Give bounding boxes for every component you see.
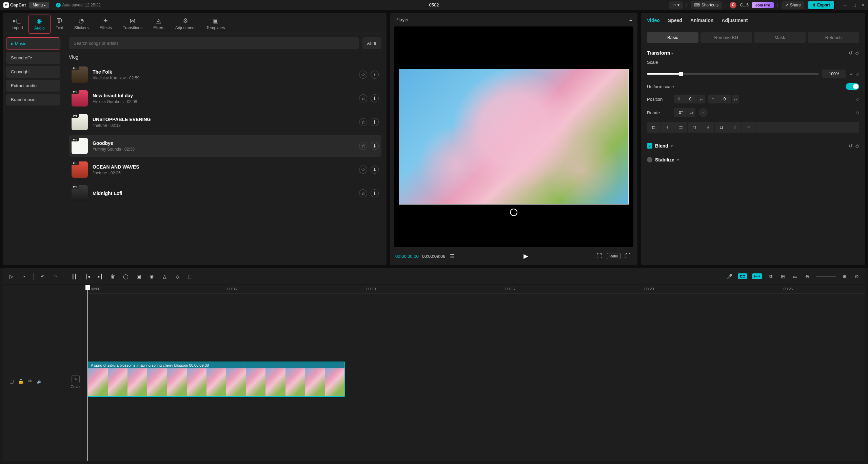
user-avatar[interactable]: C bbox=[730, 2, 736, 8]
filter-button[interactable]: All ⇅ bbox=[362, 37, 381, 49]
track-item[interactable]: Pro Midnight Lofi ☆ ⬇ bbox=[69, 182, 381, 204]
track-item[interactable]: Pro OCEAN AND WAVES finetune · 02:35 ☆ ⬇ bbox=[69, 159, 381, 180]
share-button[interactable]: ↗ Share bbox=[782, 1, 804, 9]
align-bottom[interactable]: ⊔ bbox=[715, 122, 728, 133]
download-button[interactable]: ⬇ bbox=[371, 118, 379, 126]
video-frame[interactable] bbox=[399, 69, 629, 205]
delete-tool[interactable]: 🗑 bbox=[109, 274, 117, 279]
align-hcenter[interactable]: ⫲ bbox=[660, 122, 674, 133]
subtab-retouch[interactable]: Retouch bbox=[808, 32, 859, 43]
mic-icon[interactable]: 🎤 bbox=[726, 274, 733, 279]
tab-import[interactable]: ▸▢Import bbox=[6, 15, 28, 34]
play-button[interactable]: ▶ bbox=[522, 251, 530, 261]
zoom-fit[interactable]: ⊙ bbox=[853, 274, 861, 279]
menu-button[interactable]: Menu ▾ bbox=[29, 2, 49, 8]
crop-tool[interactable]: ⬚ bbox=[186, 274, 194, 279]
crop-icon[interactable]: ⛶ bbox=[595, 252, 604, 260]
zoom-slider[interactable] bbox=[816, 276, 836, 277]
align-left[interactable]: ⊏ bbox=[647, 122, 660, 133]
rotate-handle[interactable] bbox=[510, 209, 517, 216]
subtab-removebg[interactable]: Remove BG bbox=[701, 32, 752, 43]
tab-text[interactable]: TIText bbox=[51, 15, 69, 34]
split-tool[interactable]: ┃┃ bbox=[71, 274, 78, 279]
insp-tab-video[interactable]: Video bbox=[647, 18, 660, 23]
track-item[interactable]: Pro The Folk Vladislav Kurnikov · 02:59 … bbox=[69, 64, 381, 85]
stabilize-section[interactable]: Stabilize ▾ bbox=[647, 153, 859, 167]
cat-extract-audio[interactable]: Extract audio bbox=[6, 80, 60, 92]
insp-tab-animation[interactable]: Animation bbox=[690, 18, 713, 23]
favorite-button[interactable]: ☆ bbox=[359, 118, 367, 126]
ratio-button[interactable]: Ratio bbox=[607, 253, 620, 259]
align-top[interactable]: ⊓ bbox=[688, 122, 701, 133]
marker-tool[interactable]: ◯ bbox=[122, 274, 130, 279]
split-right-tool[interactable]: ▸┃ bbox=[96, 274, 104, 279]
track-item[interactable]: Pro New beautiful day Aleksei Gorobetc ·… bbox=[69, 88, 381, 109]
cat-music[interactable]: ▸ Music bbox=[6, 37, 60, 50]
subtab-mask[interactable]: Mask bbox=[754, 32, 806, 43]
add-button[interactable]: + bbox=[371, 71, 379, 79]
track-mute-icon[interactable]: 🔈 bbox=[37, 379, 42, 384]
position-x-input[interactable]: X 0 ▴▾ bbox=[674, 95, 705, 103]
snap-toggle[interactable]: ⊢⊣ bbox=[752, 273, 762, 279]
preview-icon[interactable]: ⊞ bbox=[779, 274, 787, 279]
video-clip[interactable]: A sprig of sakura blossoms in spring,spr… bbox=[87, 362, 345, 397]
keyframe-icon[interactable]: ◇ bbox=[856, 110, 859, 115]
close-icon[interactable]: ✕ bbox=[861, 3, 865, 7]
keyframe-icon[interactable]: ◇ bbox=[856, 72, 859, 76]
select-tool[interactable]: ▷ bbox=[7, 274, 15, 279]
favorite-button[interactable]: ☆ bbox=[359, 189, 367, 197]
split-left-tool[interactable]: ┃◂ bbox=[83, 274, 91, 279]
tab-audio[interactable]: ◉Audio bbox=[28, 15, 51, 34]
distribute-v[interactable]: ≡ bbox=[742, 122, 755, 133]
track-item[interactable]: Pro UNSTOPPABLE EVENING finetune · 02:13… bbox=[69, 111, 381, 133]
rotate-dial[interactable]: − bbox=[699, 108, 708, 117]
list-icon[interactable]: ☰ bbox=[449, 252, 456, 261]
scale-slider[interactable] bbox=[647, 73, 819, 75]
magnetic-toggle[interactable]: ⊏⊐ bbox=[738, 273, 747, 279]
align-right[interactable]: ⊐ bbox=[674, 122, 688, 133]
cover-button[interactable]: ✎ Cover bbox=[67, 375, 84, 389]
subtab-basic[interactable]: Basic bbox=[647, 32, 698, 43]
download-button[interactable]: ⬇ bbox=[371, 166, 379, 174]
favorite-button[interactable]: ☆ bbox=[359, 71, 367, 79]
favorite-button[interactable]: ☆ bbox=[359, 142, 367, 150]
tab-stickers[interactable]: ◔Stickers bbox=[69, 15, 94, 34]
insp-tab-speed[interactable]: Speed bbox=[668, 18, 682, 23]
search-input[interactable] bbox=[69, 37, 359, 49]
blend-section[interactable]: ✓ Blend ▾ ↺ ◇ bbox=[647, 139, 859, 153]
insp-tab-adjustment[interactable]: Adjustment bbox=[722, 18, 748, 23]
distribute-h[interactable]: ⫴ bbox=[728, 122, 742, 133]
speed-tool[interactable]: ◉ bbox=[148, 274, 155, 279]
keyframe-icon[interactable]: ◇ bbox=[855, 143, 859, 149]
join-pro-button[interactable]: Join Pro bbox=[752, 2, 774, 8]
favorite-button[interactable]: ☆ bbox=[359, 166, 367, 174]
player-canvas[interactable] bbox=[394, 26, 633, 247]
playhead[interactable] bbox=[87, 285, 88, 461]
shortcuts-button[interactable]: ⌨ Shortcuts bbox=[691, 1, 722, 9]
cat-copyright[interactable]: Copyright bbox=[6, 66, 60, 78]
timeline[interactable]: 00:00 |00:05 |00:10 |00:15 |00:20 |00:25… bbox=[3, 285, 865, 461]
tab-adjustment[interactable]: ⚙Adjustment bbox=[170, 15, 201, 34]
track-blank-icon[interactable]: ▢ bbox=[9, 379, 14, 384]
tab-filters[interactable]: ◬Filters bbox=[148, 15, 170, 34]
keyframe-icon[interactable]: ◇ bbox=[856, 97, 859, 101]
compound-tool[interactable]: ▣ bbox=[135, 274, 142, 279]
redo-button[interactable]: ↷ bbox=[52, 274, 59, 279]
download-button[interactable]: ⬇ bbox=[371, 142, 379, 150]
tab-templates[interactable]: ▣Templates bbox=[201, 15, 231, 34]
layout-button[interactable]: ▭ ▾ bbox=[669, 1, 683, 9]
export-button[interactable]: ⬆ Export bbox=[808, 1, 835, 9]
position-y-input[interactable]: Y 0 ▴▾ bbox=[708, 95, 739, 103]
track-eye-icon[interactable]: 👁 bbox=[28, 379, 33, 384]
favorite-button[interactable]: ☆ bbox=[359, 94, 367, 102]
uniform-scale-toggle[interactable] bbox=[846, 83, 859, 90]
minimize-icon[interactable]: — bbox=[843, 3, 847, 7]
link-icon[interactable]: ⧉ bbox=[767, 273, 774, 279]
stepper-icon[interactable]: ▴▾ bbox=[849, 72, 853, 76]
track-lock-icon[interactable]: 🔒 bbox=[18, 379, 24, 384]
undo-button[interactable]: ↶ bbox=[39, 274, 46, 279]
mirror-tool[interactable]: △ bbox=[161, 274, 168, 279]
fullscreen-icon[interactable]: ⛶ bbox=[624, 252, 632, 260]
track-item[interactable]: Pro Goodbye Yummy Sounds · 02:38 ☆ ⬇ bbox=[69, 135, 381, 157]
tool-dropdown[interactable]: ▾ bbox=[20, 275, 28, 278]
